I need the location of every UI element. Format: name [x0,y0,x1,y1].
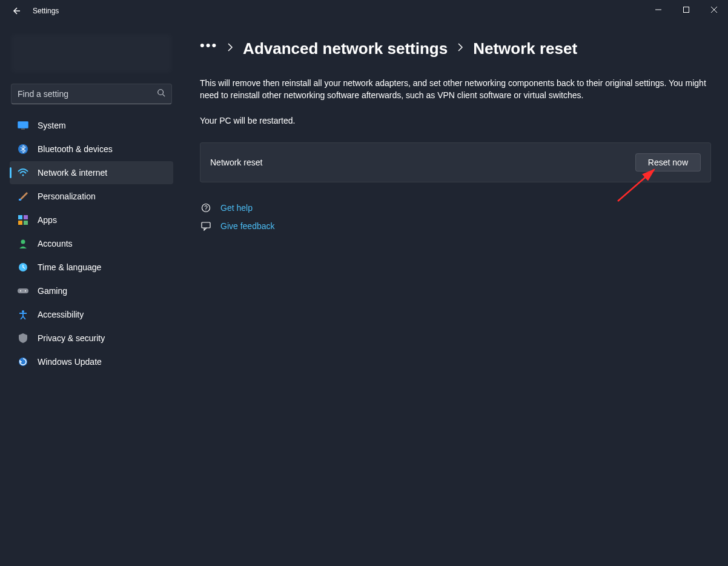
chevron-right-icon [227,43,233,54]
page-title: Network reset [473,39,577,58]
search-input[interactable] [18,89,157,99]
svg-point-20 [22,310,24,313]
sidebar-item-label: Windows Update [38,357,102,367]
nav-list: System Bluetooth & devices Network & int… [6,114,177,373]
sidebar-item-update[interactable]: Windows Update [10,350,173,373]
sidebar-item-label: System [38,121,66,130]
breadcrumb-menu[interactable]: ••• [200,38,217,59]
sidebar-item-label: Apps [38,215,57,225]
svg-rect-24 [202,222,210,228]
sidebar-item-accessibility[interactable]: Accessibility [10,303,173,326]
svg-rect-6 [18,122,28,128]
sidebar-item-time[interactable]: Time & language [10,256,173,279]
back-button[interactable] [8,4,23,18]
wifi-icon [17,167,29,179]
svg-rect-10 [19,199,21,201]
sidebar-item-system[interactable]: System [10,114,173,137]
sidebar: System Bluetooth & devices Network & int… [0,22,182,566]
account-area[interactable] [11,34,172,73]
sidebar-item-label: Gaming [38,286,67,296]
close-button[interactable] [700,0,728,19]
svg-text:?: ? [204,205,208,211]
sidebar-item-label: Accounts [38,239,73,248]
reset-now-button[interactable]: Reset now [635,153,701,171]
shield-icon [17,332,29,344]
sidebar-item-label: Privacy & security [38,333,105,343]
sidebar-item-accounts[interactable]: Accounts [10,232,173,255]
svg-rect-13 [18,221,22,225]
sidebar-item-personalization[interactable]: Personalization [10,185,173,208]
minimize-button[interactable] [644,0,672,19]
sidebar-item-label: Bluetooth & devices [38,144,113,154]
feedback-icon [200,221,212,231]
card-label: Network reset [210,158,262,167]
sidebar-item-network[interactable]: Network & internet [10,161,173,184]
gamepad-icon [17,285,29,297]
svg-line-5 [163,95,165,97]
accessibility-icon [17,308,29,321]
sidebar-item-privacy[interactable]: Privacy & security [10,327,173,350]
svg-point-18 [20,290,21,291]
clock-icon [17,261,29,273]
sidebar-item-label: Network & internet [38,168,107,178]
give-feedback-link[interactable]: Give feedback [220,221,275,231]
svg-rect-17 [18,288,28,293]
search-icon [157,88,165,99]
apps-icon [17,214,29,226]
paintbrush-icon [17,190,29,202]
search-box[interactable] [11,84,172,104]
svg-rect-12 [24,215,28,219]
svg-point-9 [22,175,24,176]
breadcrumb-prev[interactable]: Advanced network settings [243,39,448,58]
svg-rect-7 [21,128,25,130]
sidebar-item-label: Personalization [38,191,96,201]
main-content: ••• Advanced network settings Network re… [182,22,728,566]
monitor-icon [17,119,29,132]
help-icon: ? [200,203,212,213]
breadcrumb: ••• Advanced network settings Network re… [200,38,711,59]
svg-rect-1 [684,7,689,13]
sidebar-item-label: Accessibility [38,310,84,319]
svg-rect-11 [18,215,22,219]
person-icon [17,238,29,250]
sidebar-item-label: Time & language [38,262,101,272]
get-help-link[interactable]: Get help [220,203,253,213]
sidebar-item-apps[interactable]: Apps [10,208,173,231]
svg-point-4 [158,90,164,95]
svg-rect-14 [24,221,28,225]
svg-point-15 [21,240,25,244]
help-links: ? Get help Give feedback [200,203,711,231]
maximize-button[interactable] [672,0,700,19]
bluetooth-icon [17,143,29,155]
titlebar: Settings [0,0,728,22]
sidebar-item-gaming[interactable]: Gaming [10,279,173,302]
sidebar-item-bluetooth[interactable]: Bluetooth & devices [10,138,173,161]
network-reset-card: Network reset Reset now [200,142,711,182]
description-text: This will remove then reinstall all your… [200,78,709,101]
description-text-2: Your PC will be restarted. [200,116,711,125]
chevron-right-icon [457,43,463,54]
update-icon [17,356,29,368]
app-title: Settings [33,7,59,15]
svg-point-19 [25,290,26,291]
